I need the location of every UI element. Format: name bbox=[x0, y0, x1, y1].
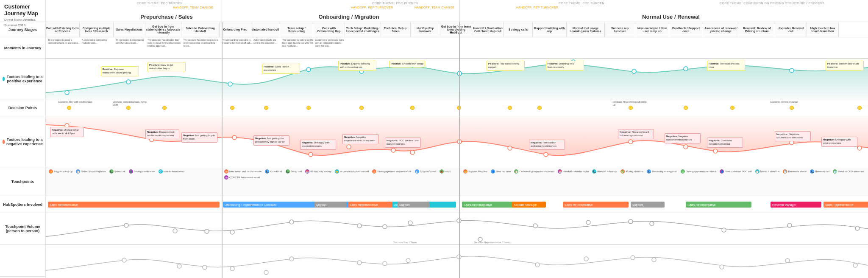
sidebar-header: Customer Journey Map Direct North Americ… bbox=[0, 0, 45, 22]
negative-dot bbox=[3, 140, 5, 144]
stage-comparing: Comparing multiple tools / Research bbox=[80, 22, 114, 37]
svg-point-2 bbox=[205, 229, 209, 233]
tp-sales-script: 📋Sales Script Playbook bbox=[76, 169, 106, 174]
stage-team-setup: Team setup / Resourcing bbox=[280, 22, 313, 37]
hubspot-sales-rep: Sales Representative bbox=[48, 202, 220, 208]
core-theme-4: CORE THEME: CONFUSION ON PRICING STRUCTU… bbox=[720, 2, 824, 5]
svg-point-13 bbox=[650, 222, 654, 226]
core-theme-1: CORE THEME: POC BURDEN bbox=[137, 2, 183, 5]
svg-point-23 bbox=[357, 261, 362, 265]
tp-intro-email: ✉Intro email and call schedule bbox=[224, 169, 262, 174]
svg-point-31 bbox=[720, 265, 724, 269]
sidebar-negative: Factors leading to a negative experience bbox=[0, 116, 45, 167]
stage-strategy-calls: Strategy calls bbox=[504, 22, 533, 37]
phase-divider-1 bbox=[222, 0, 222, 22]
dp-label-15: Decision: Renew or cancel bbox=[771, 101, 798, 104]
dp-dot-4 bbox=[230, 106, 234, 110]
neg-sticky-5: Negative: Unhappy with integration issue… bbox=[300, 140, 336, 150]
stage-hubeye-rep: HubEye Rep turnover bbox=[411, 22, 440, 37]
positive-dot bbox=[3, 77, 5, 81]
stage-tech-setup-mktg: Tech Setup: Marketing / Unexpected chall… bbox=[345, 22, 381, 37]
pos-sticky-5: Positive: Smooth tech setup bbox=[389, 61, 425, 67]
tp-day-tally: 📅45 day tally survey bbox=[305, 169, 331, 174]
stage-renewal-review: Renewal: Review of Pricing structure bbox=[739, 22, 775, 37]
pos-sticky-6: Positive: Rep builds strong rapport bbox=[487, 61, 525, 71]
dp-dot-12 bbox=[629, 106, 633, 110]
svg-point-30 bbox=[652, 258, 656, 262]
dp-label-1: Decision: Stay with existing tools bbox=[58, 101, 92, 104]
neg-dot-8 bbox=[410, 150, 415, 154]
vol-label-success-rep-2: Success Representative / Team bbox=[474, 241, 509, 244]
neg-sticky-6: Negative: Negative experience with Sales… bbox=[342, 134, 378, 144]
journey-map: CORE THEME: POC BURDEN CORE THEME: POC B… bbox=[46, 0, 868, 278]
pos-dot-3 bbox=[228, 82, 232, 86]
hubspotters-row: Sales Representative Onboarding / Implem… bbox=[46, 196, 868, 213]
tp-renewal-call2: 📞Renewal call bbox=[810, 169, 829, 174]
tp-renewal-check: 🔄Renewals check bbox=[783, 169, 807, 174]
neg-dot-6 bbox=[347, 145, 351, 149]
moment-note-5: The account has been won and is now tran… bbox=[184, 39, 220, 48]
touchpoints-normaluse: 🎫Support Request 👤New rep time 📋Onboardi… bbox=[462, 169, 865, 174]
pos-sticky-8: Positive: Renewal process clear bbox=[707, 61, 745, 71]
tp-setup-call: 📞Setup call bbox=[286, 169, 302, 174]
svg-point-32 bbox=[785, 258, 790, 263]
tp-onboard-exp: 📋Onboarding expectations email bbox=[514, 169, 554, 174]
stage-existing-tools: Pair with Existing tools or Process bbox=[46, 22, 80, 37]
main-content[interactable]: CORE THEME: POC BURDEN CORE THEME: POC B… bbox=[46, 0, 868, 278]
pos-sticky-1: Positive: Rep was transparent about pric… bbox=[101, 66, 139, 76]
tp-periodic-checkin: 📞Recurring strategy call bbox=[647, 169, 677, 174]
neg-dot-3 bbox=[232, 135, 236, 140]
stage-new-employee: New employee / New user ramp up bbox=[635, 22, 669, 37]
dp-dot-2 bbox=[126, 106, 131, 110]
svg-point-0 bbox=[124, 223, 128, 227]
vol-label-success-rep: Success Rep / Team bbox=[393, 241, 417, 244]
svg-point-4 bbox=[289, 220, 294, 224]
tp-kickoff-call: 📞Kickoff call bbox=[265, 169, 282, 174]
svg-point-17 bbox=[122, 258, 126, 262]
svg-point-1 bbox=[173, 229, 177, 233]
handoff-4: HANDOFF: REP TURNOVER bbox=[516, 6, 558, 9]
neg-sticky-4: Negative: Not getting the product they s… bbox=[253, 135, 289, 146]
hubspot-success-mgr: Account Manager bbox=[512, 202, 546, 208]
sidebar-hubspotters: HubSpotters Involved bbox=[0, 196, 45, 213]
neg-sticky-13: Negative: Unhappy with pricing structure bbox=[821, 137, 857, 147]
dp-dot-3 bbox=[162, 106, 167, 110]
neg-sticky-8: Negative: Reestablish additional relatio… bbox=[529, 140, 565, 150]
core-theme-3: CORE THEME: POC BURDEN bbox=[559, 2, 604, 5]
svg-point-18 bbox=[177, 264, 181, 268]
svg-point-14 bbox=[722, 228, 726, 232]
pos-sticky-4: Positive: Enjoyed working with onboardin… bbox=[338, 61, 376, 71]
tp-day-checkin: ✅45-day check-in bbox=[620, 169, 643, 174]
volume-row-2 bbox=[46, 245, 868, 278]
app-title: Customer Journey Map bbox=[4, 3, 41, 17]
tp-crm-email: ✉CTA/CTR Automated email bbox=[224, 175, 260, 180]
svg-point-7 bbox=[408, 221, 412, 225]
moment-note-7: Automated emails are sent to the custome… bbox=[253, 39, 281, 45]
phase-header-row: CORE THEME: POC BURDEN CORE THEME: POC B… bbox=[46, 0, 868, 22]
tp-followup: 📞Handoff follow-up bbox=[592, 169, 617, 174]
volume-svg-1 bbox=[46, 213, 868, 245]
core-theme-2: CORE THEME: POC BURDEN bbox=[372, 2, 418, 5]
sidebar-positive: Factors leading to a positive experience bbox=[0, 59, 45, 99]
phase-label-onboarding: Onboarding / Migration bbox=[236, 14, 461, 20]
svg-point-25 bbox=[406, 258, 410, 263]
svg-point-21 bbox=[289, 257, 294, 261]
handoff-1: HANDOFF: TEAM CHANGE bbox=[173, 6, 213, 9]
tp-support-request: 🎫Support Request bbox=[463, 169, 487, 174]
stage-normal-usage: Normal tool usage Learning new features bbox=[567, 22, 605, 37]
neg-sticky-9: Negative: Negative board influencing cus… bbox=[618, 129, 654, 139]
sidebar-decision: Decision Points bbox=[0, 99, 45, 116]
pos-dot-10 bbox=[632, 69, 636, 73]
app-subtitle1: Direct North America bbox=[4, 17, 41, 22]
stage-upgrade-renewal: Upgrade / Renewal call bbox=[775, 22, 807, 37]
sidebar-journey-stages: Journey Stages bbox=[0, 22, 45, 37]
svg-point-3 bbox=[230, 230, 234, 234]
neg-sticky-12: Negative: Negotiate solutions and discou… bbox=[775, 131, 811, 141]
dp-dot-6 bbox=[306, 106, 311, 110]
dp-dot-14 bbox=[730, 106, 734, 110]
hubspot-support-3: Support bbox=[631, 202, 665, 208]
tp-new-rep-time: 👤New rep time bbox=[491, 169, 511, 174]
touchpoints-onboarding: ✉Intro email and call schedule 📞Kickoff … bbox=[223, 169, 460, 180]
dp-dot-15 bbox=[790, 106, 794, 110]
svg-point-33 bbox=[853, 263, 857, 267]
